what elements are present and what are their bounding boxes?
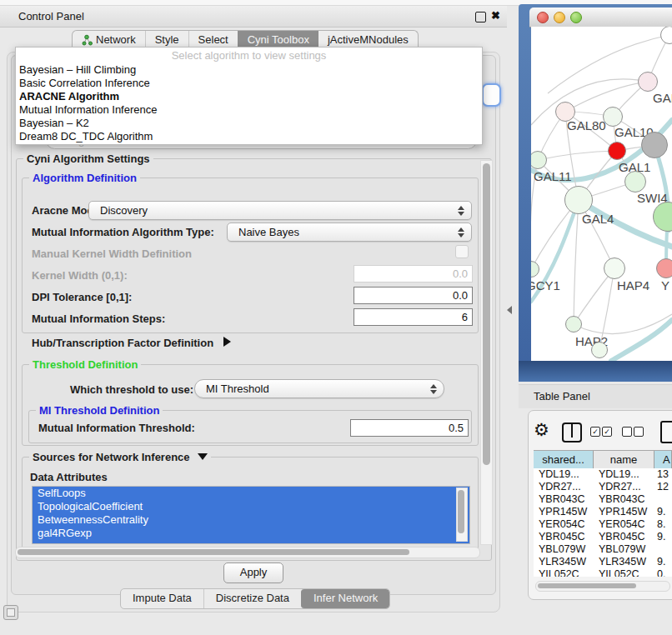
tab-network[interactable]: Network	[73, 31, 145, 48]
mi-threshold-label: Mutual Information Threshold:	[38, 422, 195, 434]
mi-steps-input[interactable]: 6	[354, 308, 473, 326]
cell-value: 8.	[654, 518, 672, 531]
kernel-width-input[interactable]: 0.0	[354, 265, 473, 282]
tab-cyni-toolbox[interactable]: Cyni Toolbox	[238, 31, 318, 48]
minimize-traffic-light[interactable]	[554, 12, 565, 23]
network-node-label: GCY1	[531, 278, 560, 292]
collapse-arrow-icon[interactable]	[198, 453, 208, 460]
table-hscrollbar-thumb[interactable]	[538, 583, 636, 588]
which-threshold-value: MI Threshold	[206, 382, 269, 395]
settings-scrollbar-thumb[interactable]	[483, 163, 490, 465]
data-attribute-item[interactable]: TopologicalCoefficient	[33, 500, 469, 513]
table-row[interactable]: YLR345W YLR345W 9.	[534, 556, 672, 568]
network-node-gal4[interactable]	[564, 186, 593, 214]
column-header-name[interactable]: name	[594, 451, 654, 469]
table-row[interactable]: YDR27... YDR27... 12	[534, 481, 672, 493]
select-all-checkbox-icon-2[interactable]: ✓	[602, 427, 612, 437]
zoom-traffic-light[interactable]	[570, 12, 582, 23]
cyni-settings-legend: Cyni Algorithm Settings	[23, 152, 153, 165]
mi-threshold-input[interactable]: 0.5	[350, 419, 469, 437]
data-attribute-item[interactable]: gal4RGexp	[33, 527, 469, 540]
gear-icon[interactable]: ⚙	[534, 420, 549, 440]
algorithm-option[interactable]: Dream8 DC_TDC Algorithm	[16, 130, 482, 143]
sources-legend[interactable]: Sources for Network Inference	[29, 451, 211, 463]
table-hscrollbar-track[interactable]	[535, 581, 670, 592]
attribute-list-scrollbar-track[interactable]	[456, 488, 468, 542]
expand-arrow-icon[interactable]	[223, 337, 231, 347]
select-all-checkbox-icon-1[interactable]: ✓	[590, 427, 600, 437]
table-row[interactable]: YPR145W YPR145W 9.	[534, 506, 672, 518]
close-traffic-light[interactable]	[537, 12, 549, 23]
network-node-label: Y	[661, 278, 669, 292]
data-attribute-item[interactable]: BetweennessCentrality	[33, 513, 469, 527]
which-threshold-combo[interactable]: MI Threshold	[194, 379, 444, 398]
network-node-y[interactable]	[656, 258, 672, 278]
aracne-mode-combo[interactable]: Discovery	[88, 201, 472, 220]
algorithm-option[interactable]: Mutual Information Inference	[16, 103, 482, 117]
tab-style[interactable]: Style	[145, 31, 188, 48]
network-node-gal[interactable]	[638, 72, 658, 92]
splitter-collapse-arrow[interactable]	[507, 306, 512, 314]
table-row[interactable]: YDL19... YDL19... 13	[534, 468, 672, 481]
apply-button[interactable]: Apply	[223, 562, 283, 583]
network-canvas[interactable]: GALGAL80GAL10GAL1GAL11SWI4GAL4GCY1HAP4YH…	[531, 27, 672, 361]
network-window-frame-bottom	[519, 361, 672, 382]
cell-shared-name: YBR045C	[534, 531, 594, 543]
dpi-tolerance-input[interactable]: 0.0	[354, 287, 473, 304]
algorithm-option[interactable]: Bayesian – K2	[16, 117, 482, 130]
control-panel-tab-bar: Network Style Select Cyni Toolbox jActiv…	[72, 30, 419, 48]
algorithm-combo-remnant[interactable]	[482, 83, 501, 107]
attribute-list-scrollbar-thumb[interactable]	[458, 490, 464, 533]
float-window-icon[interactable]	[475, 12, 486, 22]
network-node-hap2[interactable]	[565, 316, 582, 332]
manual-kernel-width-checkbox[interactable]	[455, 245, 469, 258]
tab-select[interactable]: Select	[188, 31, 238, 48]
deselect-all-checkbox-icon-2[interactable]	[634, 427, 644, 437]
table-body: YDL19... YDL19... 13 YDR27... YDR27... 1…	[534, 468, 672, 577]
tab-jactivemnodules[interactable]: jActiveMNodules	[318, 31, 418, 48]
cell-value: 13	[654, 468, 672, 481]
bottom-tab-bar: Impute Data Discretize Data Infer Networ…	[120, 588, 390, 609]
table-row[interactable]: YBR045C YBR045C 9.	[534, 531, 672, 543]
network-node-gal10[interactable]	[603, 107, 623, 127]
network-node-gal1[interactable]	[608, 142, 626, 160]
network-node[interactable]	[641, 132, 668, 158]
data-attribute-item-partial[interactable]	[33, 540, 469, 543]
network-node-hap4[interactable]	[604, 258, 625, 279]
control-panel-titlebar: Control Panel ✖	[0, 6, 507, 28]
hub-transcription-factor-section[interactable]: Hub/Transcription Factor Definition	[32, 337, 231, 349]
network-node-swi4[interactable]	[624, 171, 646, 192]
tab-impute-data[interactable]: Impute Data	[121, 589, 203, 608]
settings-scrollbar-track[interactable]	[480, 160, 493, 545]
document-icon[interactable]	[660, 421, 672, 443]
tab-discretize-data[interactable]: Discretize Data	[203, 589, 301, 608]
panel-corner-icon[interactable]	[3, 605, 18, 620]
network-node[interactable]	[591, 342, 608, 358]
cell-shared-name: YBR043C	[534, 493, 594, 506]
close-icon[interactable]: ✖	[491, 9, 500, 22]
algorithm-option[interactable]: Bayesian – Hill Climbing	[16, 63, 482, 77]
algorithm-option[interactable]: Basic Correlation Inference	[16, 77, 482, 90]
table-panel-title: Table Panel	[534, 385, 590, 408]
cell-value: 9.	[654, 556, 672, 568]
kernel-width-label: Kernel Width (0,1):	[32, 269, 128, 282]
network-node-label: GAL4	[582, 212, 614, 226]
tab-infer-network[interactable]: Infer Network	[301, 589, 389, 608]
cell-value: 9.	[654, 531, 672, 543]
algorithm-option[interactable]: ARACNE Algorithm	[16, 90, 482, 103]
column-header-partial[interactable]: A	[654, 451, 672, 469]
table-row[interactable]: YER054C YER054C 8.	[534, 518, 672, 531]
table-row[interactable]: YIL052C YIL052C 0.	[534, 568, 672, 577]
algorithm-option-list: Bayesian – Hill ClimbingBasic Correlatio…	[16, 63, 482, 143]
network-window-titlebar[interactable]	[529, 8, 672, 28]
table-row[interactable]: YBR043C YBR043C	[534, 493, 672, 506]
deselect-all-checkbox-icon-1[interactable]	[622, 427, 632, 437]
columns-icon[interactable]	[562, 422, 582, 442]
settings-hscrollbar-track[interactable]	[15, 547, 480, 558]
mi-algorithm-type-combo[interactable]: Naive Bayes	[227, 222, 472, 242]
settings-hscrollbar-thumb[interactable]	[18, 549, 409, 555]
cell-value: 9.	[654, 506, 672, 518]
table-row[interactable]: YBL079W YBL079W	[534, 543, 672, 556]
column-header-shared-name[interactable]: shared...	[534, 451, 594, 469]
data-attribute-item[interactable]: SelfLoops	[33, 487, 469, 500]
